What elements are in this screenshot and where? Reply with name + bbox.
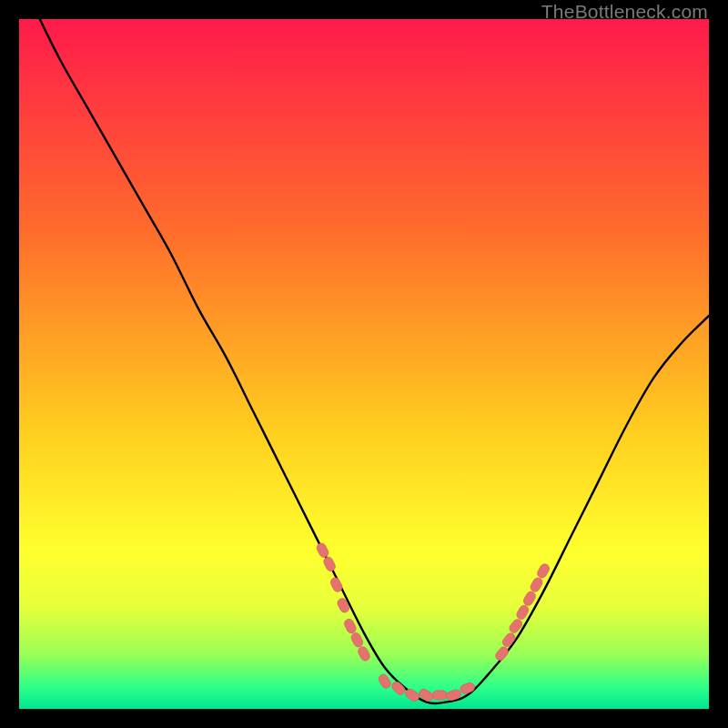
chart-svg (19, 19, 709, 709)
plot-area (19, 19, 709, 709)
chart-container: TheBottleneck.com (0, 0, 728, 728)
curve-marker (432, 691, 447, 700)
gradient-background (19, 19, 709, 709)
watermark-text: TheBottleneck.com (541, 1, 708, 23)
svg-rect-11 (432, 691, 447, 700)
